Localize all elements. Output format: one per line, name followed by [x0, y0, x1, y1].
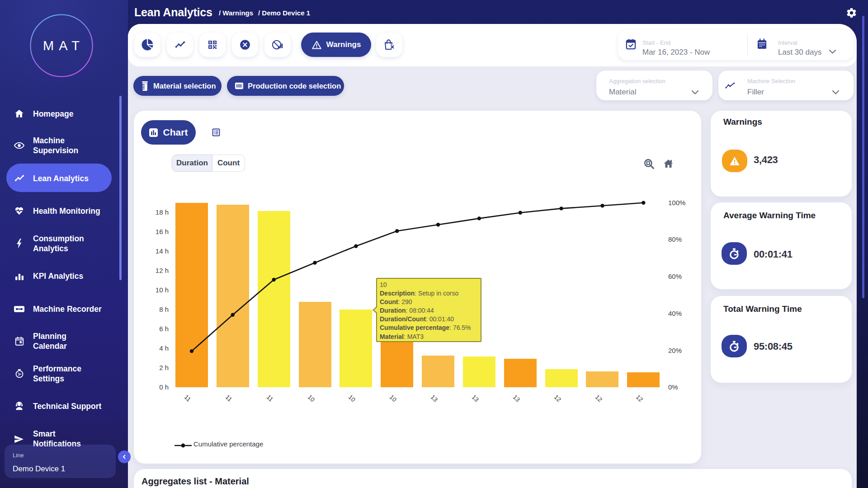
- svg-text:MAT: MAT: [43, 38, 85, 53]
